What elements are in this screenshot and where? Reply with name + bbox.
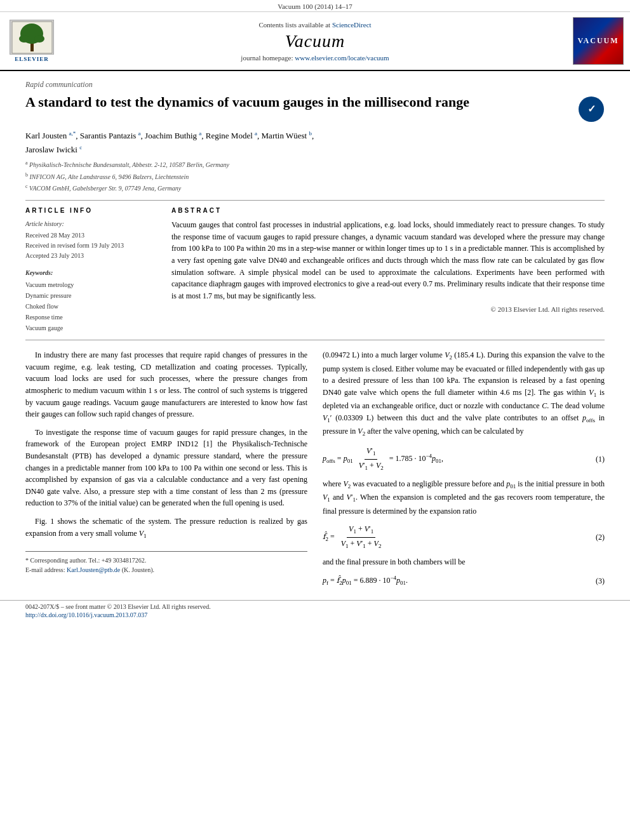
journal-header: ELSEVIER Contents lists available at Sci… <box>0 12 630 71</box>
article-info-abstract-row: ARTICLE INFO Article history: Received 2… <box>25 207 605 333</box>
received-revised: Received in revised form 19 July 2013 <box>25 242 124 249</box>
keyword-3: Choked flow <box>25 301 159 312</box>
svg-text:✓: ✓ <box>587 103 596 114</box>
bottom-bar: 0042-207X/$ – see front matter © 2013 El… <box>0 600 630 621</box>
journal-citation-bar: Vacuum 100 (2014) 14–17 <box>0 0 630 12</box>
history-label: Article history: <box>25 219 159 229</box>
crossmark-icon-area: ✓ <box>578 96 605 123</box>
doi-link[interactable]: http://dx.doi.org/10.1016/j.vacuum.2013.… <box>25 611 605 618</box>
body-para-1: In industry there are many fast processe… <box>25 349 307 420</box>
accepted-date: Accepted 23 July 2013 <box>25 252 84 259</box>
article-info-column: ARTICLE INFO Article history: Received 2… <box>25 207 159 333</box>
journal-header-center: Contents lists available at ScienceDirec… <box>64 17 566 65</box>
body-text-area: In industry there are many fast processe… <box>25 349 605 594</box>
body-para-4: (0.09472 L) into a much larger volume V2… <box>323 349 605 439</box>
keywords-label: Keywords: <box>25 267 159 278</box>
keyword-1: Vacuum metrology <box>25 279 159 290</box>
article-info-heading: ARTICLE INFO <box>25 207 159 214</box>
equation-1-number: (1) <box>582 453 605 465</box>
abstract-column: ABSTRACT Vacuum gauges that control fast… <box>171 207 605 333</box>
equation-3-content: pf = f̂2p01 = 6.889 · 10−4p01. <box>323 574 582 588</box>
keyword-2: Dynamic pressure <box>25 290 159 301</box>
abstract-heading: ABSTRACT <box>171 207 605 214</box>
equation-2-number: (2) <box>582 531 605 543</box>
article-history: Article history: Received 28 May 2013 Re… <box>25 219 159 261</box>
vacuum-journal-logo: VACUUM <box>573 17 624 65</box>
keyword-5: Vacuum gauge <box>25 323 159 333</box>
equation-3-number: (3) <box>582 575 605 587</box>
elsevier-label: ELSEVIER <box>15 56 49 62</box>
issn-line: 0042-207X/$ – see front matter © 2013 El… <box>25 603 605 610</box>
affiliation-c: c VACOM GmbH, Gabelsberger Str. 9, 07749… <box>25 183 605 194</box>
science-direct-text: Contents lists available at ScienceDirec… <box>258 21 371 29</box>
body-column-2: (0.09472 L) into a much larger volume V2… <box>323 349 605 594</box>
footnote-email: E-mail address: Karl.Jousten@ptb.de (K. … <box>25 565 307 575</box>
abstract-body: Vacuum gauges that control fast processe… <box>171 219 605 302</box>
content-area: Rapid communication A standard to test t… <box>0 80 630 594</box>
body-column-1: In industry there are many fast processe… <box>25 349 307 594</box>
crossmark-button[interactable]: ✓ <box>579 97 604 122</box>
email-link[interactable]: Karl.Jousten@ptb.de <box>67 566 120 573</box>
affiliation-a: a Physikalisch-Technische Bundesanstalt,… <box>25 159 605 170</box>
elsevier-logo-image <box>10 20 54 55</box>
equation-2-row: f̂2 = V1 + V′1 V1 + V′1 + V2 (2) <box>323 523 605 551</box>
received-date: Received 28 May 2013 <box>25 232 84 239</box>
journal-citation: Vacuum 100 (2014) 14–17 <box>278 3 352 10</box>
footnote-corresponding: * Corresponding author. Tel.: +49 303481… <box>25 556 307 565</box>
body-para-2: To investigate the response time of vacu… <box>25 427 307 509</box>
affiliation-b: b INFICON AG, Alte Landstrasse 6, 9496 B… <box>25 171 605 182</box>
journal-homepage: journal homepage: www.elsevier.com/locat… <box>241 54 389 62</box>
page: Vacuum 100 (2014) 14–17 <box>0 0 630 840</box>
article-title-text: A standard to test the dynamics of vacuu… <box>25 93 572 112</box>
homepage-link[interactable]: www.elsevier.com/locate/vacuum <box>295 54 389 62</box>
body-para-5: where V2 was evacuated to a negligible p… <box>323 478 605 517</box>
body-para-6: and the final pressure in both chambers … <box>323 556 605 568</box>
svg-point-4 <box>34 35 44 43</box>
elsevier-logo: ELSEVIER <box>6 20 57 62</box>
equation-1-content: poffs = p01 V′1 V′1 + V2 = 1.785 · 10−4p… <box>323 445 582 473</box>
svg-point-3 <box>19 35 29 43</box>
elsevier-logo-area: ELSEVIER <box>6 17 57 65</box>
divider-2 <box>25 340 605 340</box>
keywords-section: Keywords: Vacuum metrology Dynamic press… <box>25 267 159 333</box>
equation-2-content: f̂2 = V1 + V′1 V1 + V′1 + V2 <box>323 523 582 551</box>
sciencedirect-link[interactable]: ScienceDirect <box>332 21 372 29</box>
article-title-block: A standard to test the dynamics of vacuu… <box>25 93 605 123</box>
copyright-line: © 2013 Elsevier Ltd. All rights reserved… <box>171 305 605 313</box>
crossmark-svg: ✓ <box>582 100 601 119</box>
journal-title: Vacuum <box>285 31 345 51</box>
equation-1-row: poffs = p01 V′1 V′1 + V2 = 1.785 · 10−4p… <box>323 445 605 473</box>
equation-3-row: pf = f̂2p01 = 6.889 · 10−4p01. (3) <box>323 574 605 588</box>
article-type: Rapid communication <box>25 80 605 90</box>
footnote-area: * Corresponding author. Tel.: +49 303481… <box>25 551 307 575</box>
elsevier-svg <box>11 21 53 54</box>
divider-1 <box>25 200 605 201</box>
authors-line: Karl Jousten a,*, Sarantis Pantazis a, J… <box>25 129 605 157</box>
keyword-4: Response time <box>25 312 159 323</box>
affiliations: a Physikalisch-Technische Bundesanstalt,… <box>25 159 605 194</box>
journal-logo-area: VACUUM <box>573 17 624 65</box>
body-para-3: Fig. 1 shows the schematic of the system… <box>25 516 307 541</box>
